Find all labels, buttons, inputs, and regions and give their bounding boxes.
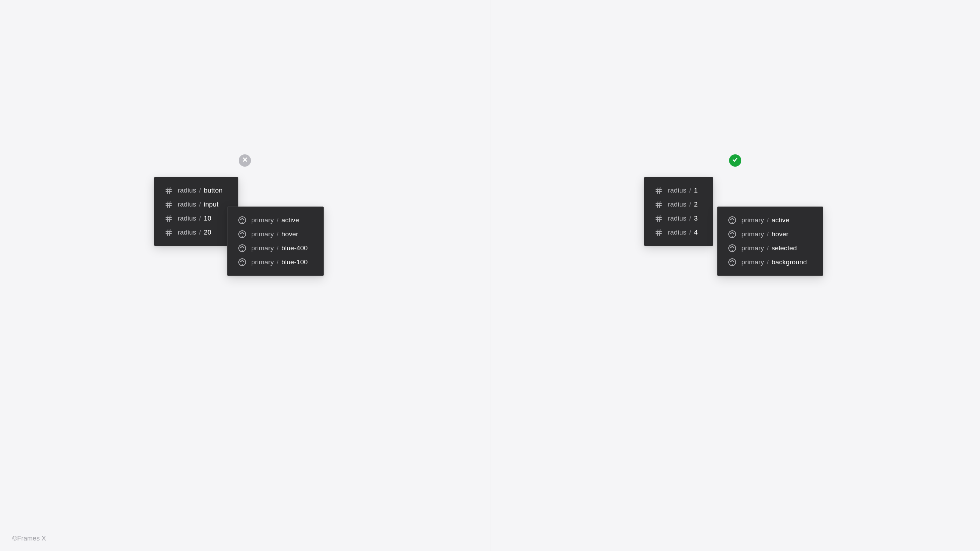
svg-point-25 (243, 233, 244, 234)
token-separator: / (199, 186, 201, 194)
svg-point-61 (733, 247, 734, 248)
token-separator: / (689, 186, 691, 194)
token-prefix: primary (741, 217, 764, 224)
token-name: 1 (694, 186, 698, 194)
hash-icon (654, 200, 663, 209)
token-prefix: primary (251, 230, 274, 238)
token-row: radius / 10 (164, 212, 223, 225)
palette-icon (728, 244, 737, 252)
svg-point-29 (243, 247, 244, 248)
token-separator: / (199, 201, 201, 208)
token-separator: / (199, 229, 201, 236)
token-name: 2 (694, 201, 698, 208)
token-separator: / (277, 217, 278, 224)
radius-token-panel: radius / button radius / input (154, 177, 239, 246)
svg-line-16 (167, 229, 168, 236)
hash-icon (654, 228, 663, 237)
token-name: blue-400 (282, 244, 308, 252)
palette-icon (238, 216, 247, 225)
token-prefix: radius (178, 229, 196, 236)
token-name: background (772, 258, 807, 266)
svg-line-12 (167, 215, 168, 221)
hash-icon (164, 228, 173, 237)
token-prefix: primary (251, 244, 274, 252)
token-prefix: radius (668, 215, 686, 222)
svg-line-5 (169, 187, 170, 194)
token-name: hover (772, 230, 788, 238)
token-name: active (772, 217, 789, 224)
svg-point-55 (730, 233, 731, 234)
svg-line-45 (659, 215, 660, 221)
svg-point-21 (243, 219, 244, 220)
svg-point-23 (240, 233, 241, 234)
token-prefix: radius (668, 201, 686, 208)
incorrect-badge (239, 154, 251, 167)
palette-icon (728, 258, 737, 266)
svg-point-53 (733, 219, 734, 220)
token-separator: / (767, 230, 768, 238)
svg-point-57 (733, 233, 734, 234)
token-separator: / (277, 230, 278, 238)
token-separator: / (689, 215, 691, 222)
svg-line-8 (167, 201, 168, 208)
svg-line-44 (657, 215, 658, 221)
attribution-text: ©Frames X (12, 535, 46, 542)
token-separator: / (277, 258, 278, 266)
svg-line-49 (659, 229, 660, 236)
token-row: primary / hover (728, 227, 807, 241)
token-separator: / (689, 201, 691, 208)
svg-point-24 (242, 232, 243, 233)
token-row: radius / 2 (654, 197, 698, 212)
svg-point-27 (240, 247, 241, 248)
hash-icon (654, 186, 663, 194)
token-row: primary / selected (728, 241, 807, 255)
svg-point-31 (240, 261, 241, 262)
token-separator: / (767, 258, 768, 266)
hash-icon (164, 200, 173, 209)
svg-line-4 (167, 187, 168, 194)
svg-point-56 (732, 232, 733, 233)
token-name: 4 (694, 229, 698, 236)
incorrect-example-panel: radius / button radius / input (0, 0, 490, 551)
token-separator: / (767, 244, 768, 252)
svg-line-17 (169, 229, 170, 236)
svg-point-28 (242, 246, 243, 247)
token-row: primary / active (728, 213, 807, 227)
token-row: primary / blue-100 (238, 255, 308, 269)
radius-token-panel: radius / 1 radius / 2 (644, 177, 713, 246)
svg-line-37 (659, 187, 660, 194)
token-row: primary / active (238, 213, 308, 227)
palette-icon (238, 258, 247, 266)
token-prefix: primary (741, 244, 764, 252)
token-separator: / (767, 217, 768, 224)
token-prefix: primary (251, 217, 274, 224)
token-prefix: primary (251, 258, 274, 266)
token-name: 3 (694, 215, 698, 222)
token-prefix: radius (668, 229, 686, 236)
svg-point-60 (732, 246, 733, 247)
token-prefix: radius (178, 201, 196, 208)
palette-icon (238, 230, 247, 238)
correct-badge (729, 154, 741, 167)
svg-point-63 (730, 261, 731, 262)
token-prefix: radius (668, 186, 686, 194)
svg-point-59 (730, 247, 731, 248)
hash-icon (654, 214, 663, 223)
svg-point-52 (732, 218, 733, 219)
svg-point-51 (730, 219, 731, 220)
svg-line-13 (169, 215, 170, 221)
token-row: radius / 3 (654, 212, 698, 225)
check-icon (732, 156, 738, 164)
token-row: radius / 1 (654, 183, 698, 197)
token-name: hover (282, 230, 298, 238)
token-separator: / (277, 244, 278, 252)
comparison-container: radius / button radius / input (0, 0, 980, 551)
token-name: 10 (204, 215, 212, 222)
svg-line-41 (659, 201, 660, 208)
hash-icon (164, 186, 173, 194)
token-name: button (204, 186, 223, 194)
token-row: radius / input (164, 197, 223, 212)
token-name: selected (772, 244, 797, 252)
token-prefix: radius (178, 186, 196, 194)
palette-icon (238, 244, 247, 252)
